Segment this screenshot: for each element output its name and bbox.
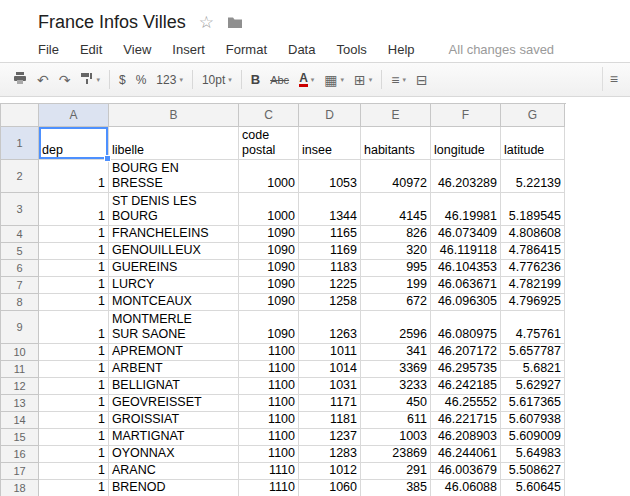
- bold-button[interactable]: B: [246, 68, 265, 92]
- cell-A16[interactable]: 1: [39, 446, 109, 463]
- cell-G8[interactable]: 4.796925: [501, 294, 565, 311]
- cell-G12[interactable]: 5.62927: [501, 378, 565, 395]
- menu-file[interactable]: File: [38, 42, 59, 57]
- cell-G7[interactable]: 4.782199: [501, 277, 565, 294]
- paint-format-button[interactable]: ▾: [75, 68, 105, 92]
- cell-C14[interactable]: 1100: [239, 412, 299, 429]
- cell-D10[interactable]: 1011: [299, 344, 361, 361]
- cell-F12[interactable]: 46.242185: [431, 378, 501, 395]
- undo-button[interactable]: ↶: [32, 68, 54, 92]
- cell-B7[interactable]: LURCY: [109, 277, 239, 294]
- cell-B14[interactable]: GROISSIAT: [109, 412, 239, 429]
- menu-tools[interactable]: Tools: [336, 42, 366, 57]
- cell-G6[interactable]: 4.776236: [501, 260, 565, 277]
- cell-B2[interactable]: BOURG EN BRESSE: [109, 160, 239, 193]
- cell-E7[interactable]: 199: [361, 277, 431, 294]
- cell-D18[interactable]: 1060: [299, 480, 361, 496]
- row-header-11[interactable]: 11: [1, 361, 39, 378]
- cell-A3[interactable]: 1: [39, 193, 109, 226]
- cell-C17[interactable]: 1110: [239, 463, 299, 480]
- menu-format[interactable]: Format: [226, 42, 267, 57]
- cell-B6[interactable]: GUEREINS: [109, 260, 239, 277]
- row-header-18[interactable]: 18: [1, 480, 39, 496]
- cell-A10[interactable]: 1: [39, 344, 109, 361]
- cell-F6[interactable]: 46.104353: [431, 260, 501, 277]
- cell-G3[interactable]: 5.189545: [501, 193, 565, 226]
- cell-C18[interactable]: 1110: [239, 480, 299, 496]
- cell-A8[interactable]: 1: [39, 294, 109, 311]
- cell-G17[interactable]: 5.508627: [501, 463, 565, 480]
- cell-C15[interactable]: 1100: [239, 429, 299, 446]
- font-size-selector[interactable]: 10pt ▾: [197, 68, 237, 92]
- cell-E18[interactable]: 385: [361, 480, 431, 496]
- column-header-F[interactable]: F: [431, 104, 501, 127]
- cell-E6[interactable]: 995: [361, 260, 431, 277]
- cell-F1[interactable]: longitude: [431, 127, 501, 160]
- print-button[interactable]: [8, 68, 32, 92]
- cell-B5[interactable]: GENOUILLEUX: [109, 243, 239, 260]
- column-header-C[interactable]: C: [239, 104, 299, 127]
- cell-B18[interactable]: BRENOD: [109, 480, 239, 496]
- cell-C10[interactable]: 1100: [239, 344, 299, 361]
- menu-help[interactable]: Help: [388, 42, 415, 57]
- cell-D8[interactable]: 1258: [299, 294, 361, 311]
- menu-insert[interactable]: Insert: [172, 42, 205, 57]
- cell-C8[interactable]: 1090: [239, 294, 299, 311]
- cell-D13[interactable]: 1171: [299, 395, 361, 412]
- cell-B16[interactable]: OYONNAX: [109, 446, 239, 463]
- cell-E5[interactable]: 320: [361, 243, 431, 260]
- cell-D17[interactable]: 1012: [299, 463, 361, 480]
- text-color-button[interactable]: A ▾: [294, 68, 319, 92]
- cell-D2[interactable]: 1053: [299, 160, 361, 193]
- cell-D5[interactable]: 1169: [299, 243, 361, 260]
- document-title[interactable]: France Infos Villes: [38, 12, 186, 33]
- column-header-A[interactable]: A: [39, 104, 109, 127]
- cell-A18[interactable]: 1: [39, 480, 109, 496]
- cell-A1[interactable]: dep: [39, 127, 109, 160]
- cell-E10[interactable]: 341: [361, 344, 431, 361]
- cell-C16[interactable]: 1100: [239, 446, 299, 463]
- cell-B17[interactable]: ARANC: [109, 463, 239, 480]
- cell-A15[interactable]: 1: [39, 429, 109, 446]
- cell-E4[interactable]: 826: [361, 226, 431, 243]
- cell-C12[interactable]: 1100: [239, 378, 299, 395]
- cell-D6[interactable]: 1183: [299, 260, 361, 277]
- percent-format-button[interactable]: %: [131, 68, 152, 92]
- cell-D12[interactable]: 1031: [299, 378, 361, 395]
- cell-B1[interactable]: libelle: [109, 127, 239, 160]
- cell-C11[interactable]: 1100: [239, 361, 299, 378]
- cell-E12[interactable]: 3233: [361, 378, 431, 395]
- row-header-12[interactable]: 12: [1, 378, 39, 395]
- cell-A9[interactable]: 1: [39, 311, 109, 344]
- column-header-E[interactable]: E: [361, 104, 431, 127]
- strikethrough-button[interactable]: Abc: [265, 68, 294, 92]
- cell-C13[interactable]: 1100: [239, 395, 299, 412]
- cell-F2[interactable]: 46.203289: [431, 160, 501, 193]
- row-header-17[interactable]: 17: [1, 463, 39, 480]
- cell-D4[interactable]: 1165: [299, 226, 361, 243]
- cell-B12[interactable]: BELLIGNAT: [109, 378, 239, 395]
- cell-G15[interactable]: 5.609009: [501, 429, 565, 446]
- row-header-10[interactable]: 10: [1, 344, 39, 361]
- cell-C4[interactable]: 1090: [239, 226, 299, 243]
- cell-D14[interactable]: 1181: [299, 412, 361, 429]
- folder-icon[interactable]: [227, 16, 243, 29]
- cell-D3[interactable]: 1344: [299, 193, 361, 226]
- align-button[interactable]: ≡ ▾: [386, 68, 411, 92]
- cell-B8[interactable]: MONTCEAUX: [109, 294, 239, 311]
- cell-G11[interactable]: 5.6821: [501, 361, 565, 378]
- cell-B11[interactable]: ARBENT: [109, 361, 239, 378]
- row-header-4[interactable]: 4: [1, 226, 39, 243]
- cell-A5[interactable]: 1: [39, 243, 109, 260]
- fill-color-button[interactable]: ▦ ▾: [319, 68, 349, 92]
- cell-F18[interactable]: 46.06088: [431, 480, 501, 496]
- cell-C5[interactable]: 1090: [239, 243, 299, 260]
- star-icon[interactable]: ☆: [199, 14, 214, 31]
- cell-E15[interactable]: 1003: [361, 429, 431, 446]
- cell-E13[interactable]: 450: [361, 395, 431, 412]
- select-all-corner[interactable]: [1, 104, 39, 127]
- cell-A2[interactable]: 1: [39, 160, 109, 193]
- column-header-D[interactable]: D: [299, 104, 361, 127]
- cell-G4[interactable]: 4.808608: [501, 226, 565, 243]
- row-header-8[interactable]: 8: [1, 294, 39, 311]
